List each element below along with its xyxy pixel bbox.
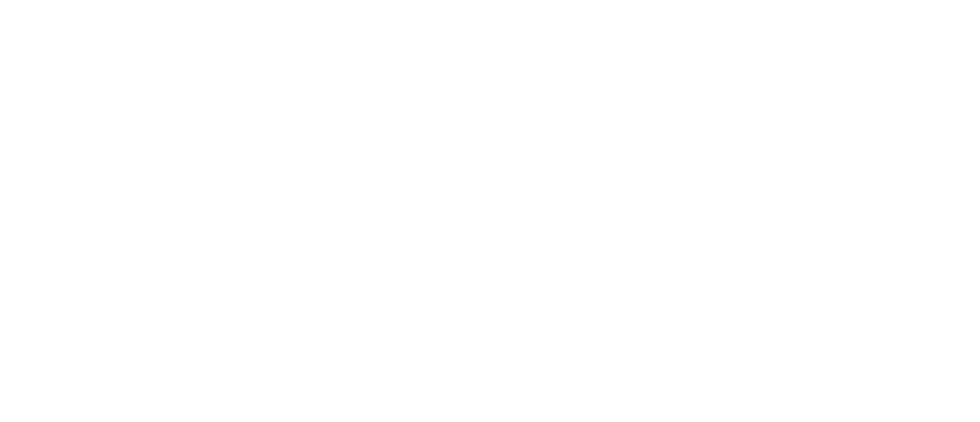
standings-table bbox=[0, 0, 980, 2]
